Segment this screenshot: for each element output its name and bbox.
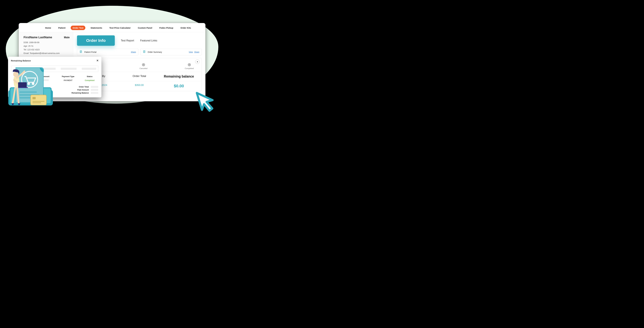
patient-email: Email: Testpatient@vibrant-america.com [24, 52, 70, 54]
order-summary-label: Order Summary [148, 51, 187, 53]
stage-dot-icon [188, 63, 191, 66]
status-cell: Completed [81, 79, 98, 81]
stage-completed: Completed [185, 63, 194, 70]
nav-fedex-pickup[interactable]: Fedex Pickup [157, 26, 175, 30]
stage-canceled: Canceled [140, 63, 148, 70]
nav-test-price-calculator[interactable]: Test Price Calculator [107, 26, 132, 30]
svg-rect-13 [32, 102, 41, 103]
order-summary-view-link[interactable]: View [189, 51, 193, 53]
order-summary-card: Order Summary View Share [140, 49, 202, 55]
nav-order-test[interactable]: Order Test [71, 26, 86, 30]
nav-order-kits[interactable]: Order Kits [178, 26, 193, 30]
col-status: Status [81, 75, 98, 78]
patient-tel: Tel: 123 432 4323 [24, 49, 70, 51]
tab-test-report[interactable]: Test Report [121, 39, 134, 42]
svg-rect-7 [20, 91, 37, 93]
cards-row: Patient Portal Share Order Summary View … [77, 49, 202, 55]
patient-portal-share-link[interactable]: Share [131, 51, 136, 53]
tab-order-info[interactable]: Order Info [77, 35, 115, 46]
tabs-row: Order Info Test Report Featured Links [77, 35, 202, 46]
close-icon: ✕ [96, 59, 98, 62]
modal-header: Remaining Balance ✕ [8, 57, 102, 64]
stage-dot-icon [142, 63, 145, 66]
col-payment-type: Payment Type [58, 75, 78, 78]
nav-custom-panel[interactable]: Custom Panel [136, 26, 154, 30]
nav-statements[interactable]: Statements [88, 26, 104, 30]
patient-name: FirstName LastName [24, 36, 52, 39]
skeleton-placeholder [91, 92, 98, 94]
order-total-header: Order Total [120, 75, 159, 78]
cursor-arrow-illustration [195, 91, 216, 112]
document-icon [143, 50, 146, 54]
tab-featured-links[interactable]: Featured Links [140, 39, 157, 42]
summary-remaining-balance-label: Remaining Balance [72, 92, 89, 94]
patient-portal-card: Patient Portal Share [77, 49, 138, 55]
order-summary-share-link[interactable]: Share [194, 51, 199, 53]
collapse-toggle[interactable]: ▾ [195, 60, 200, 64]
document-icon [80, 50, 82, 54]
patient-dob: DOB: 1999-99-99 [24, 41, 70, 44]
order-total-value: $350.00 [120, 84, 159, 88]
nav-home[interactable]: Home [43, 26, 53, 30]
skeleton-placeholder [91, 89, 98, 91]
payment-type-cell: PAYMENT [58, 79, 78, 81]
svg-rect-16 [18, 87, 28, 88]
patient-gender: Male [64, 36, 70, 39]
stage-canceled-label: Canceled [140, 67, 148, 70]
nav-patient[interactable]: Patient [56, 26, 68, 30]
svg-rect-11 [32, 97, 36, 99]
summary-order-total-label: Order Total [79, 86, 89, 88]
skeleton-placeholder [91, 86, 98, 88]
svg-rect-15 [18, 82, 27, 87]
patient-age: Age: 25 Yo [24, 45, 70, 47]
svg-point-5 [28, 83, 30, 85]
chevron-down-icon: ▾ [197, 61, 198, 63]
svg-point-6 [32, 83, 34, 85]
top-nav: Home Patient Order Test Statements Test … [19, 23, 206, 32]
summary-paid-amount-label: Paid Amount [77, 89, 89, 91]
remaining-balance-value: $0.00 [159, 84, 199, 88]
patient-portal-label: Patient Portal [84, 51, 130, 53]
svg-rect-12 [32, 101, 44, 102]
svg-rect-10 [30, 95, 46, 105]
shopping-illustration [2, 66, 53, 109]
remaining-balance-header: Remaining balance [159, 75, 199, 78]
skeleton-placeholder [61, 68, 76, 70]
modal-title: Remaining Balance [11, 59, 31, 62]
stage-completed-label: Completed [185, 67, 194, 70]
skeleton-placeholder [82, 68, 96, 70]
modal-close-button[interactable]: ✕ [96, 59, 98, 62]
